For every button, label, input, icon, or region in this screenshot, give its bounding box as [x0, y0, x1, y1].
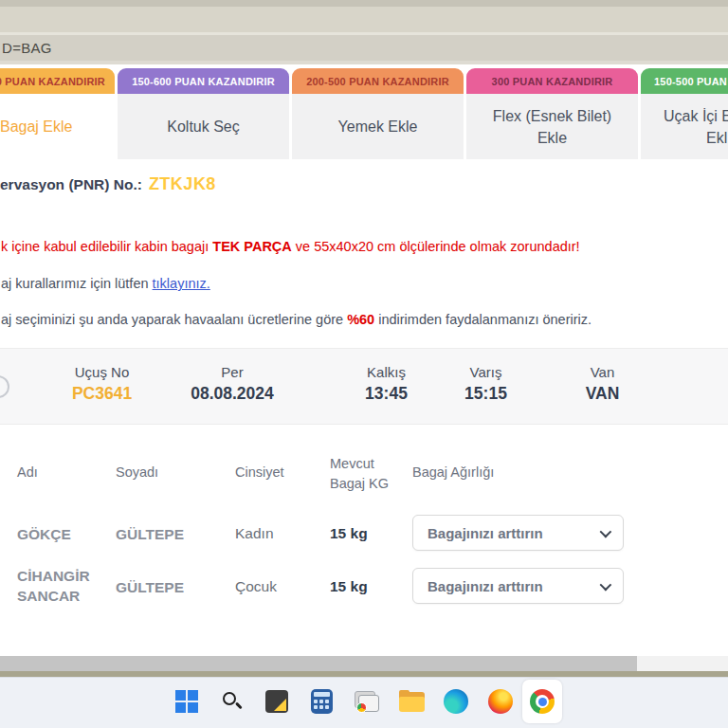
addressbar-divider	[0, 61, 728, 64]
tab-flex-ekle-label-wrap: Flex (Esnek Bilet) Ekle	[466, 94, 638, 159]
tab-yemek-ekle[interactable]: 200-500 PUAN KAZANDIRIR Yemek Ekle	[292, 68, 464, 159]
taskbar-calculator-button[interactable]	[301, 680, 341, 723]
flight-col-arrival: Varış 15:15	[431, 364, 540, 404]
taskbar-chrome-button[interactable]	[522, 680, 562, 723]
pax1-last-name: GÜLTEPE	[116, 524, 184, 544]
flight-col-departure: Kalkış 13:45	[332, 364, 441, 404]
destination-code: VAN	[548, 384, 657, 404]
warning-post: ve 55x40x20 cm ölçülerinde olmak zorunda…	[292, 239, 580, 254]
tab-badge-3-text: 300 PUAN KAZANDIRIR	[492, 76, 613, 87]
start-button[interactable]	[167, 680, 207, 723]
warning-pre: k içine kabul edilebilir kabin bagajı	[1, 239, 212, 254]
arrival-label: Varış	[431, 364, 540, 380]
header-adi: Adı	[17, 464, 38, 480]
pax2-baggage-dropdown[interactable]: Bagajınızı arttırın	[412, 568, 624, 604]
tab-ucak-ici[interactable]: 150-500 PUAN K Uçak İçi E Ekl	[641, 68, 728, 159]
baggage-rules-line: aj kurallarımız için lütfen tıklayınız.	[1, 276, 210, 291]
pax1-gender: Kadın	[235, 525, 274, 542]
header-bagaj-agirligi: Bagaj Ağırlığı	[412, 464, 494, 480]
tab-badge-0-text: 0 PUAN KAZANDIRIR	[0, 76, 105, 87]
destination-label: Van	[548, 364, 657, 380]
flight-summary-row: Uçuş No PC3641 Per 08.08.2024 Kalkış 13:…	[0, 348, 728, 425]
taskbar-file-explorer-button[interactable]	[391, 680, 431, 723]
chevron-down-icon	[600, 525, 612, 537]
tab-yemek-ekle-label: Yemek Ekle	[338, 116, 418, 137]
pax1-dropdown-label: Bagajınızı arttırın	[428, 525, 543, 541]
flight-date-value: 08.08.2024	[166, 384, 299, 404]
flight-col-date: Per 08.08.2024	[166, 364, 299, 404]
tab-ucak-ici-label-wrap: Uçak İçi E Ekl	[641, 94, 728, 159]
discount-percent: %60	[347, 312, 374, 327]
pax1-first-name: GÖKÇE	[17, 524, 71, 544]
tab-bagaj-ekle-label: Bagaj Ekle	[0, 116, 73, 137]
pax2-first-name: CİHANGİR SANCAR	[17, 566, 112, 606]
tab-flex-ekle[interactable]: 300 PUAN KAZANDIRIR Flex (Esnek Bilet) E…	[466, 68, 638, 159]
photo-viewer-icon	[355, 691, 379, 712]
pnr-line: ervasyon (PNR) No.: ZTKJK8	[0, 174, 216, 194]
taskbar-search-button[interactable]	[212, 680, 252, 723]
tab-badge-4-text: 150-500 PUAN K	[654, 76, 728, 87]
discount-line: aj seçiminizi şu anda yaparak havaalanı …	[1, 312, 592, 327]
flight-no-label: Uçuş No	[47, 364, 156, 380]
arrival-time: 15:15	[431, 384, 540, 404]
firefox-icon	[488, 689, 513, 714]
taskbar-firefox-button[interactable]	[481, 680, 520, 723]
tab-badge-1-text: 150-600 PUAN KAZANDIRIR	[132, 76, 275, 87]
horizontal-scrollbar-track[interactable]	[0, 656, 728, 671]
flight-icon-partial	[0, 375, 9, 398]
calculator-icon	[311, 689, 333, 714]
tab-bagaj-ekle-label-wrap: Bagaj Ekle	[0, 94, 115, 159]
taskbar-dark-app-button[interactable]	[257, 680, 297, 723]
pnr-value: ZTKJK8	[149, 174, 216, 194]
dark-app-icon	[265, 690, 288, 713]
taskbar-photo-viewer-button[interactable]	[347, 680, 387, 723]
chrome-icon	[530, 689, 555, 714]
tab-bagaj-ekle[interactable]: 0 PUAN KAZANDIRIR Bagaj Ekle	[0, 68, 115, 159]
tab-badge-2-text: 200-500 PUAN KAZANDIRIR	[306, 76, 449, 87]
tab-koltuk-sec-label: Koltuk Seç	[167, 116, 239, 137]
rules-link[interactable]: tıklayınız.	[153, 276, 210, 291]
flight-day-label: Per	[166, 364, 299, 380]
pax1-baggage-dropdown[interactable]: Bagajınızı arttırın	[412, 515, 624, 551]
tab-badge-0: 0 PUAN KAZANDIRIR	[0, 68, 115, 94]
tab-badge-1: 150-600 PUAN KAZANDIRIR	[118, 68, 289, 94]
pax2-dropdown-label: Bagajınızı arttırın	[428, 578, 543, 594]
window-top-edge	[0, 0, 728, 7]
screen: D=BAG 0 PUAN KAZANDIRIR Bagaj Ekle 150-6…	[0, 0, 728, 728]
tab-ucak-ici-label-line2: Ekl	[664, 127, 727, 149]
flight-col-ucus-no: Uçuş No PC3641	[47, 364, 156, 404]
browser-titlebar	[0, 7, 728, 32]
tab-flex-ekle-label: Flex (Esnek Bilet) Ekle	[483, 105, 621, 149]
address-text: D=BAG	[2, 40, 52, 56]
taskbar-edge-button[interactable]	[436, 680, 476, 723]
tab-yemek-ekle-label-wrap: Yemek Ekle	[292, 94, 464, 159]
header-mevcut-bagaj: Mevcut Bagaj KG	[330, 454, 406, 494]
flight-col-destination: Van VAN	[548, 364, 657, 404]
pnr-label: ervasyon (PNR) No.:	[0, 176, 142, 193]
horizontal-scrollbar-thumb[interactable]	[0, 656, 637, 671]
tab-koltuk-sec[interactable]: 150-600 PUAN KAZANDIRIR Koltuk Seç	[118, 68, 289, 159]
file-explorer-icon	[399, 692, 425, 712]
search-icon	[222, 691, 243, 712]
pax2-gender: Çocuk	[235, 578, 277, 595]
address-bar[interactable]: D=BAG	[0, 35, 728, 61]
tab-koltuk-sec-label-wrap: Koltuk Seç	[118, 94, 289, 159]
warning-bold: TEK PARÇA	[212, 239, 292, 254]
departure-label: Kalkış	[332, 364, 441, 380]
windows-logo-icon	[175, 690, 198, 713]
header-cinsiyet: Cinsiyet	[235, 464, 284, 480]
discount-post: indirimden faydalanmanızı öneririz.	[374, 312, 592, 327]
pax2-baggage-kg: 15 kg	[330, 578, 368, 595]
tab-badge-2: 200-500 PUAN KAZANDIRIR	[292, 68, 464, 94]
edge-icon	[444, 689, 468, 714]
pax2-last-name: GÜLTEPE	[116, 577, 184, 597]
rules-pre: aj kurallarımız için lütfen	[1, 276, 153, 291]
tab-ucak-ici-label-line1: Uçak İçi E	[664, 105, 728, 127]
pax1-baggage-kg: 15 kg	[330, 525, 368, 542]
departure-time: 13:45	[332, 384, 441, 404]
tab-badge-4: 150-500 PUAN K	[641, 68, 728, 94]
windows-taskbar	[0, 677, 728, 728]
discount-pre: aj seçiminizi şu anda yaparak havaalanı …	[1, 312, 347, 327]
flight-no-value: PC3641	[47, 384, 156, 404]
header-soyadi: Soyadı	[116, 464, 158, 480]
